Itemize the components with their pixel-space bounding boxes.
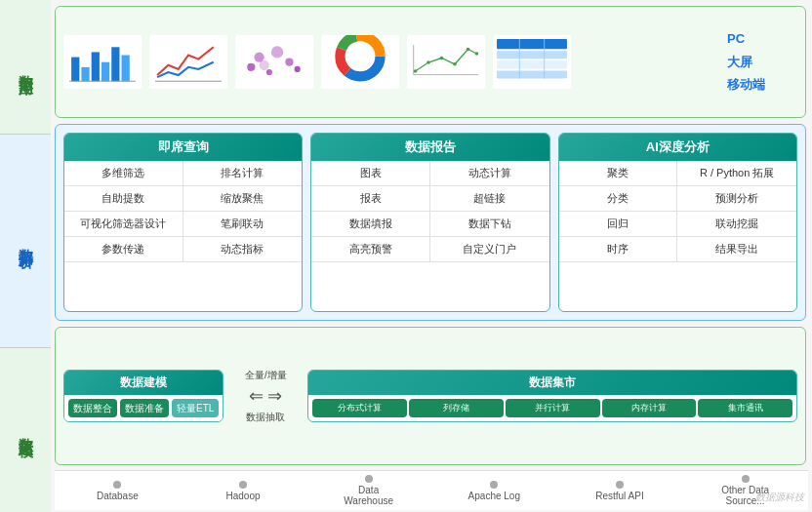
source-apache-log: Apache Log (455, 475, 533, 506)
svg-point-21 (426, 61, 430, 65)
source-apache-label: Apache Log (468, 491, 520, 501)
svg-rect-30 (497, 61, 567, 69)
tag-market-comm: 集市通讯 (698, 399, 792, 417)
source-restful-label: Restful API (595, 491, 643, 501)
card-adhoc-query: 即席查询 多维筛选 排名计算 自助提数 缩放聚焦 可视化筛选器设计 笔刷联动 参… (63, 133, 303, 312)
tag-column-store: 列存储 (409, 399, 504, 417)
cell-2-6: 时序 (559, 237, 678, 262)
tag-memory: 内存计算 (602, 399, 697, 417)
label-mobile: 移动端 (727, 73, 765, 96)
cell-1-1: 动态计算 (430, 161, 549, 186)
card-ai-title: AI深度分析 (559, 134, 796, 161)
svg-rect-0 (71, 57, 79, 81)
left-label-data-analysis: 数据分析 (0, 135, 51, 348)
cell-0-0: 多维筛选 (64, 161, 183, 186)
card-report-title: 数据报告 (311, 134, 548, 161)
svg-point-14 (260, 59, 269, 69)
market-card-body: 分布式计算 列存储 并行计算 内存计算 集市通讯 (308, 395, 796, 421)
cell-2-1: R / Python 拓展 (677, 161, 796, 186)
content-area: PC 大屏 移动端 即席查询 多维筛选 排名计算 自助提数 缩放聚焦 可视化筛选… (51, 0, 812, 512)
svg-point-25 (475, 53, 479, 57)
chart-bar (63, 35, 142, 89)
cell-0-4: 可视化筛选器设计 (64, 212, 183, 237)
cell-1-7: 自定义门户 (430, 237, 549, 262)
card-adhoc-body: 多维筛选 排名计算 自助提数 缩放聚焦 可视化筛选器设计 笔刷联动 参数传递 动… (64, 161, 302, 262)
svg-point-12 (285, 58, 293, 65)
tag-data-prep: 数据准备 (120, 399, 169, 417)
arrow-bottom-text: 数据抽取 (246, 410, 285, 424)
svg-rect-2 (92, 52, 100, 81)
build-card-title: 数据建模 (64, 371, 223, 395)
source-database-label: Database (97, 491, 139, 501)
other-icon (742, 475, 750, 483)
cell-2-7: 结果导出 (677, 237, 796, 262)
arrow-right-icon: ⇒ (267, 385, 282, 407)
chart-table (493, 35, 571, 89)
chart-combo (407, 35, 485, 89)
cell-1-0: 图表 (311, 161, 430, 186)
tag-data-merge: 数据整合 (68, 399, 117, 417)
label-bigscreen: 大屏 (727, 51, 752, 73)
cell-1-3: 超链接 (430, 186, 549, 212)
cell-2-5: 联动挖掘 (677, 212, 796, 237)
hadoop-icon (239, 481, 247, 489)
bottom-sources: Database Hadoop Data Warehouse Apache Lo… (55, 470, 808, 510)
card-data-report: 数据报告 图表 动态计算 报表 超链接 数据填报 数据下钻 高亮预警 自定义门户 (310, 133, 549, 312)
left-label-data-build: 数据建模 (0, 348, 51, 512)
right-pc-section: PC 大屏 移动端 (727, 27, 797, 96)
cell-0-2: 自助提数 (64, 186, 183, 212)
cell-2-4: 回归 (559, 212, 678, 237)
svg-rect-3 (102, 61, 109, 81)
section-data-build: 数据建模 数据整合 数据准备 轻量ETL 全量/增量 ⇐ ⇒ 数据抽取 数据集市 (55, 327, 806, 465)
tag-distributed: 分布式计算 (312, 399, 407, 417)
svg-point-11 (271, 46, 283, 58)
build-card: 数据建模 数据整合 数据准备 轻量ETL (63, 370, 223, 422)
card-ai-body: 聚类 R / Python 拓展 分类 预测分析 回归 联动挖掘 时序 结果导出 (559, 161, 796, 262)
svg-rect-4 (111, 47, 119, 81)
build-card-body: 数据整合 数据准备 轻量ETL (64, 395, 223, 421)
chart-thumbnails (63, 35, 721, 89)
svg-point-24 (467, 48, 470, 52)
card-report-body: 图表 动态计算 报表 超链接 数据填报 数据下钻 高亮预警 自定义门户 (311, 161, 548, 262)
apache-icon (490, 481, 498, 489)
svg-rect-31 (497, 71, 567, 79)
cell-0-5: 笔刷联动 (183, 212, 303, 237)
svg-rect-1 (81, 66, 89, 80)
warehouse-icon (365, 475, 373, 483)
cell-1-5: 数据下钻 (430, 212, 549, 237)
svg-point-10 (266, 69, 272, 75)
cell-1-2: 报表 (311, 186, 430, 212)
main-wrapper: 数据应用 数据分析 数据建模 (0, 0, 812, 512)
card-adhoc-title: 即席查询 (64, 134, 302, 161)
source-restful: Restful API (581, 475, 659, 506)
restful-icon (616, 481, 624, 489)
chart-scatter (235, 35, 313, 89)
label-pc: PC (727, 27, 745, 50)
cell-0-7: 动态指标 (183, 237, 303, 262)
svg-point-20 (414, 70, 418, 74)
svg-rect-5 (122, 55, 130, 81)
svg-rect-29 (497, 51, 567, 59)
source-warehouse-label: Data Warehouse (344, 485, 393, 506)
svg-point-8 (247, 62, 255, 70)
cell-1-4: 数据填报 (311, 212, 430, 237)
market-card-title: 数据集市 (308, 371, 796, 395)
cell-1-6: 高亮预警 (311, 237, 430, 262)
arrow-section: 全量/增量 ⇐ ⇒ 数据抽取 (231, 368, 300, 424)
source-warehouse: Data Warehouse (330, 475, 408, 506)
cell-0-6: 参数传递 (64, 237, 183, 262)
cell-0-3: 缩放聚焦 (183, 186, 303, 212)
section-data-analysis: 即席查询 多维筛选 排名计算 自助提数 缩放聚焦 可视化筛选器设计 笔刷联动 参… (55, 124, 806, 321)
left-label-data-app: 数据应用 (0, 0, 51, 135)
source-hadoop-label: Hadoop (225, 491, 260, 501)
tag-parallel: 并行计算 (506, 399, 600, 417)
source-database: Database (78, 475, 156, 506)
svg-point-13 (295, 65, 301, 71)
chart-line (149, 35, 227, 89)
database-icon (113, 481, 121, 489)
card-ai-analysis: AI深度分析 聚类 R / Python 拓展 分类 预测分析 回归 联动挖掘 … (558, 133, 797, 312)
svg-rect-28 (497, 39, 567, 49)
arrow-left-icon: ⇐ (249, 385, 264, 407)
cell-2-2: 分类 (559, 186, 678, 212)
left-labels: 数据应用 数据分析 数据建模 (0, 0, 51, 512)
